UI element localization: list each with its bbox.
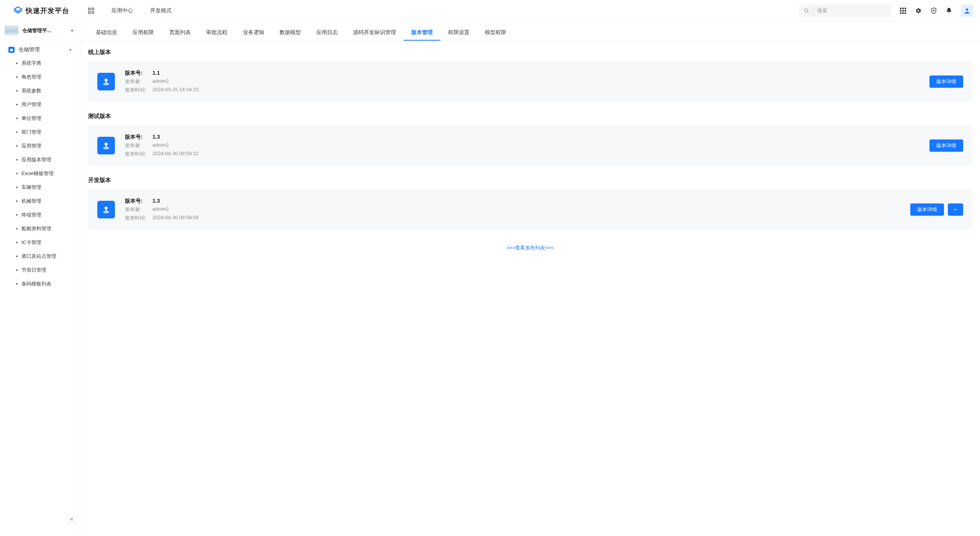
tree-root-label: 仓储管理 [18,46,65,53]
info-row: 版本号:1.3 [125,198,900,205]
sidebar-item-label: 车辆管理 [21,184,41,191]
nav-label: 开发模式 [150,7,172,14]
version-info: 版本号:1.3发布者:admin2发布时间:2024-04-30 09:59:2… [125,134,919,157]
tab[interactable]: 权限设置 [440,25,477,41]
sidebar-item[interactable]: 终端管理 [0,208,80,222]
sidebar-item[interactable]: 应用版本管理 [0,153,80,167]
app-thumbnail [5,25,18,36]
app-selector[interactable]: 仓储管理平... + [0,21,80,40]
tabs: 基础信息应用权限页面列表审批流程业务逻辑数据模型应用日志源码开发标识管理版本管理… [80,21,980,41]
info-label: 发布者: [125,142,148,149]
sidebar-item[interactable]: 应用管理 [0,139,80,153]
info-label: 版本号: [125,70,148,77]
sidebar-item[interactable]: 港口及站点管理 [0,249,80,263]
card-actions: 版本详情 [929,75,963,88]
view-publish-list-link[interactable]: >>>查看发布列表<<< [88,241,972,255]
card-actions: 版本详情 [929,139,963,152]
bullet-icon [16,159,18,161]
info-label: 发布时间: [125,215,148,221]
tab[interactable]: 页面列表 [162,25,198,41]
home-icon [8,47,15,53]
sidebar-item-label: 应用管理 [21,143,41,149]
tree-root-warehouse[interactable]: 仓储管理 ▾ [0,43,80,56]
info-row: 版本号:1.3 [125,134,919,141]
sidebar-item-label: 部门管理 [21,129,41,136]
tab[interactable]: 数据模型 [272,25,309,41]
upload-icon [97,201,115,218]
sidebar-item[interactable]: 用户管理 [0,98,80,111]
tab[interactable]: 源码开发标识管理 [345,25,404,41]
info-label: 发布时间: [125,151,148,157]
nav-home[interactable] [88,8,94,14]
card-actions: 版本详情 [910,203,963,216]
version-detail-button[interactable]: 版本详情 [929,75,963,88]
info-row: 发布者:admin2 [125,78,919,85]
tab[interactable]: 应用日志 [309,25,345,41]
sidebar-item[interactable]: Excel模板管理 [0,167,80,180]
layout: 仓储管理平... + 仓储管理 ▾ 系统字典角色管理系统参数用户管理单位管理部门… [0,21,980,536]
sidebar-item[interactable]: 部门管理 [0,125,80,139]
sidebar-item-label: 用户管理 [21,101,41,108]
upload-icon [97,137,115,154]
tab[interactable]: 版本管理 [404,25,440,41]
nav-label: 应用中心 [111,7,133,14]
sidebar-item[interactable]: 角色管理 [0,70,80,84]
bullet-icon [16,242,18,243]
bullet-icon [16,187,18,188]
grid-icon [88,8,94,14]
info-value: 2024-04-30 09:58:56 [152,215,199,221]
logo-icon [13,6,23,15]
avatar[interactable] [961,5,973,17]
bell-icon[interactable] [946,7,952,14]
add-app-button[interactable]: + [69,26,75,35]
info-row: 发布时间:2024-04-30 09:59:22 [125,151,919,157]
sidebar-item[interactable]: 机械管理 [0,194,80,208]
info-value: 2024-03-25 14:34:33 [152,87,199,93]
app-name: 仓储管理平... [22,27,65,34]
svg-rect-0 [88,8,90,10]
sidebar-item[interactable]: 单位管理 [0,111,80,125]
info-value: admin2 [152,206,169,213]
sidebar-item[interactable]: 条码模板列表 [0,277,80,291]
svg-point-4 [805,8,808,11]
search-box[interactable] [799,5,891,17]
top-nav: 应用中心 开发模式 [80,7,172,14]
bullet-icon [16,62,18,64]
tab[interactable]: 业务逻辑 [235,25,272,41]
tab[interactable]: 基础信息 [88,25,125,41]
nav-app-center[interactable]: 应用中心 [111,7,133,14]
tab[interactable]: 应用权限 [125,25,162,41]
tab[interactable]: 模型权限 [477,25,514,41]
bullet-icon [16,104,18,105]
sidebar-item-label: 机械管理 [21,198,41,205]
version-detail-button[interactable]: 版本详情 [929,139,963,152]
sidebar-item[interactable]: 节假日管理 [0,263,80,277]
bullet-icon [16,145,18,147]
bullet-icon [16,90,18,92]
sidebar-item[interactable]: 系统参数 [0,84,80,98]
info-value: 1.3 [152,134,160,141]
settings-shield-icon[interactable] [930,7,937,14]
tab[interactable]: 审批流程 [198,25,235,41]
search-input[interactable] [817,8,887,13]
apps-icon[interactable] [900,7,906,14]
nav-dev-mode[interactable]: 开发模式 [150,7,172,14]
bullet-icon [16,283,18,285]
version-more-dropdown[interactable] [948,203,963,216]
gear-icon[interactable] [915,7,922,14]
sidebar-item-label: 节假日管理 [21,267,46,274]
version-detail-button[interactable]: 版本详情 [910,203,944,216]
bullet-icon [16,228,18,229]
sidebar-collapse-button[interactable] [66,514,77,525]
info-value: admin2 [152,142,169,149]
version-card: 版本号:1.3发布者:admin2发布时间:2024-04-30 09:59:2… [88,125,972,166]
sidebar-item-label: 系统字典 [21,60,41,67]
sidebar-item[interactable]: 船舶资料管理 [0,222,80,236]
bullet-icon [16,269,18,271]
sidebar-item-label: 角色管理 [21,74,41,80]
upload-icon [97,73,115,90]
sidebar-item[interactable]: IC卡管理 [0,236,80,249]
bullet-icon [16,200,18,202]
sidebar-item[interactable]: 车辆管理 [0,180,80,194]
sidebar-item[interactable]: 系统字典 [0,56,80,70]
